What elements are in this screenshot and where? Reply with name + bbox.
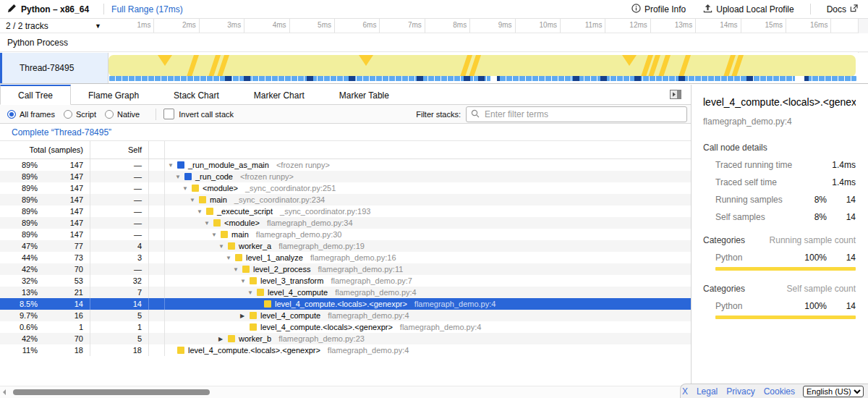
radio-script[interactable]: Script: [64, 110, 96, 119]
checkbox-icon: [163, 109, 174, 119]
dense-sample-segment: [478, 76, 485, 81]
filter-stacks-input[interactable]: [483, 109, 682, 120]
table-row[interactable]: 9.7%16 5 ▶ level_4_compute flamegraph_de…: [0, 310, 691, 321]
footer-link-x[interactable]: X: [682, 386, 688, 397]
self-samples: —: [134, 230, 148, 239]
expand-triangle-icon[interactable]: ▼: [240, 278, 250, 284]
category-square-icon: [250, 277, 257, 284]
table-row[interactable]: 89%147 — ▼ main flamegraph_demo.py:30: [0, 229, 691, 240]
function-name: <module>: [203, 184, 238, 192]
thread-activity-graph[interactable]: [109, 53, 858, 83]
self-samples: 1: [137, 323, 148, 331]
table-row[interactable]: 13%21 7 ▼ level_4_compute flamegraph_dem…: [0, 287, 691, 298]
filter-input-box: [466, 106, 687, 122]
category-cell: [149, 321, 165, 333]
dense-sample-segment: [678, 76, 685, 81]
tab-bar: Call TreeFlame GraphStack ChartMarker Ch…: [0, 85, 691, 105]
expand-triangle-icon[interactable]: ▶: [218, 336, 228, 342]
thread-track: Thread-78495: [0, 53, 868, 84]
footer-link-privacy[interactable]: Privacy: [726, 386, 754, 397]
breadcrumb-complete-link[interactable]: Complete “Thread-78495”: [12, 127, 111, 137]
file-line: <frozen runpy>: [276, 161, 330, 169]
detail-row: Self samples8%14: [715, 212, 856, 222]
invert-call-stack-checkbox[interactable]: Invert call stack: [163, 109, 234, 119]
language-select[interactable]: English (US): [803, 386, 864, 397]
expand-triangle-icon[interactable]: ▼: [190, 197, 199, 203]
footer-bar: XLegalPrivacyCookies English (US): [680, 384, 868, 398]
full-range-link[interactable]: Full Range (17ms): [111, 4, 183, 14]
total-samples: 147: [38, 184, 90, 192]
expand-triangle-icon[interactable]: ▼: [168, 162, 177, 169]
column-header-total[interactable]: Total (samples): [0, 141, 90, 158]
expand-triangle-icon[interactable]: ▼: [218, 243, 228, 250]
expand-triangle-icon[interactable]: ▼: [204, 220, 213, 226]
tab-call-tree[interactable]: Call Tree: [0, 85, 71, 105]
table-row[interactable]: 47%77 4 ▼ worker_a flamegraph_demo.py:19: [0, 240, 691, 252]
category-square-icon: [177, 161, 184, 169]
tab-stack-chart[interactable]: Stack Chart: [156, 85, 237, 105]
table-row[interactable]: 42%70 5 ▶ worker_b flamegraph_demo.py:23: [0, 333, 691, 344]
profile-title[interactable]: Python – x86_64: [21, 4, 89, 14]
footer-link-cookies[interactable]: Cookies: [764, 386, 795, 397]
category-square-icon: [264, 300, 271, 308]
external-link-icon: [850, 4, 858, 14]
table-row[interactable]: 89%147 — ▼ <module> _sync_coordinator.py…: [0, 182, 691, 194]
function-name: worker_b: [239, 334, 271, 343]
process-track-header[interactable]: Python Process: [0, 33, 868, 52]
ruler-tick-label: 6ms: [334, 21, 376, 29]
upload-profile-button[interactable]: Upload Local Profile: [703, 4, 793, 15]
tab-marker-table[interactable]: Marker Table: [322, 85, 407, 105]
table-row[interactable]: 89%147 — ▼ _execute_script _sync_coordin…: [0, 206, 691, 217]
expand-triangle-icon[interactable]: ▼: [226, 255, 235, 261]
tab-marker-chart[interactable]: Marker Chart: [237, 85, 322, 105]
radio-all-frames[interactable]: All frames: [7, 110, 55, 119]
scrollbar-thumb[interactable]: [13, 389, 210, 395]
ruler-tick-label: 10ms: [515, 21, 557, 29]
table-row[interactable]: 32%53 32 ▼ level_3_transform flamegraph_…: [0, 275, 691, 287]
docs-label: Docs: [827, 4, 846, 14]
table-row[interactable]: 89%147 — ▼ _run_module_as_main <frozen r…: [0, 159, 691, 171]
process-label: Python Process: [7, 38, 68, 48]
radio-native[interactable]: Native: [105, 110, 140, 119]
total-samples: 16: [38, 311, 90, 320]
file-line: <frozen runpy>: [240, 172, 294, 181]
expand-triangle-icon[interactable]: ▼: [197, 208, 206, 215]
total-samples: 14: [38, 300, 90, 308]
horizontal-scrollbar[interactable]: [0, 386, 691, 398]
edit-pencil-icon[interactable]: [7, 4, 17, 15]
thread-track-label[interactable]: Thread-78495: [0, 53, 109, 83]
docs-button[interactable]: Docs: [827, 4, 858, 14]
category-cell: [149, 217, 165, 229]
table-row[interactable]: 89%147 — ▼ <module> flamegraph_demo.py:3…: [0, 217, 691, 229]
file-line: flamegraph_demo.py:23: [278, 334, 365, 343]
table-row[interactable]: 89%147 — ▼ main _sync_coordinator.py:234: [0, 194, 691, 206]
category-square-icon: [242, 266, 250, 273]
expand-triangle-icon[interactable]: ▼: [247, 289, 257, 296]
column-header-self[interactable]: Self: [90, 141, 149, 158]
expand-triangle-icon[interactable]: ▼: [211, 232, 221, 238]
tab-flame-graph[interactable]: Flame Graph: [71, 85, 156, 105]
total-samples: 73: [38, 253, 90, 262]
table-row[interactable]: 8.5%14 14 level_4_compute.<locals>.<gene…: [0, 298, 691, 310]
footer-links: XLegalPrivacyCookies: [678, 386, 799, 397]
table-row[interactable]: 89%147 — ▼ _run_code <frozen runpy>: [0, 171, 691, 182]
self-samples: —: [134, 265, 148, 274]
tracks-dropdown[interactable]: 2 / 2 tracks ▼: [0, 19, 109, 33]
sidebar-toggle-button[interactable]: [669, 89, 682, 100]
scroll-left-arrow-icon[interactable]: [3, 389, 6, 395]
table-row[interactable]: 42%70 — ▼ level_2_process flamegraph_dem…: [0, 263, 691, 275]
total-percent: 89%: [0, 195, 38, 204]
expand-triangle-icon[interactable]: ▼: [233, 266, 242, 273]
expand-triangle-icon[interactable]: ▼: [182, 185, 192, 192]
total-samples: 53: [38, 276, 90, 285]
expand-triangle-icon[interactable]: ▶: [240, 313, 250, 319]
footer-link-legal[interactable]: Legal: [697, 386, 718, 397]
table-row[interactable]: 11%18 18 level_4_compute.<locals>.<genex…: [0, 344, 691, 356]
table-row[interactable]: 0.6%1 1 level_4_compute.<locals>.<genexp…: [0, 321, 691, 333]
profile-info-button[interactable]: Profile Info: [631, 4, 686, 15]
category-square-icon: [213, 219, 221, 226]
table-row[interactable]: 44%73 3 ▼ level_1_analyze flamegraph_dem…: [0, 252, 691, 263]
expand-triangle-icon[interactable]: ▼: [175, 174, 184, 180]
file-line: flamegraph_demo.py:4: [335, 288, 417, 297]
file-line: flamegraph_demo.py:16: [310, 253, 396, 262]
